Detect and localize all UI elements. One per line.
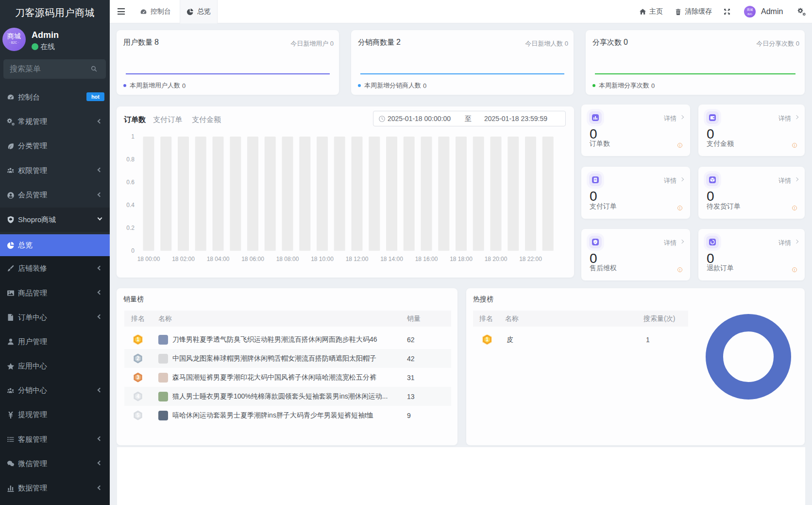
svg-text:1: 1 xyxy=(136,337,139,342)
svg-text:18 10:00: 18 10:00 xyxy=(311,256,334,262)
svg-text:18 16:00: 18 16:00 xyxy=(415,256,438,262)
svg-text:4: 4 xyxy=(136,394,139,399)
svg-text:18 02:00: 18 02:00 xyxy=(172,256,195,262)
svg-text:18 20:00: 18 20:00 xyxy=(485,256,508,262)
svg-text:0.8: 0.8 xyxy=(126,156,135,163)
svg-text:18 22:00: 18 22:00 xyxy=(519,256,542,262)
svg-text:3: 3 xyxy=(136,375,139,380)
svg-text:5: 5 xyxy=(136,413,139,418)
svg-text:18 14:00: 18 14:00 xyxy=(380,256,403,262)
svg-text:18 08:00: 18 08:00 xyxy=(276,256,299,262)
svg-text:18 12:00: 18 12:00 xyxy=(346,256,369,262)
svg-text:1: 1 xyxy=(131,133,135,140)
svg-text:0: 0 xyxy=(131,247,135,254)
svg-text:18 18:00: 18 18:00 xyxy=(450,256,473,262)
svg-text:0.4: 0.4 xyxy=(126,202,135,209)
svg-text:18 06:00: 18 06:00 xyxy=(241,256,264,262)
svg-text:18 00:00: 18 00:00 xyxy=(137,256,160,262)
svg-text:1: 1 xyxy=(486,337,489,342)
svg-text:0.2: 0.2 xyxy=(126,225,135,231)
svg-text:2: 2 xyxy=(136,356,139,361)
svg-text:0.6: 0.6 xyxy=(126,179,135,186)
svg-text:18 04:00: 18 04:00 xyxy=(207,256,230,262)
